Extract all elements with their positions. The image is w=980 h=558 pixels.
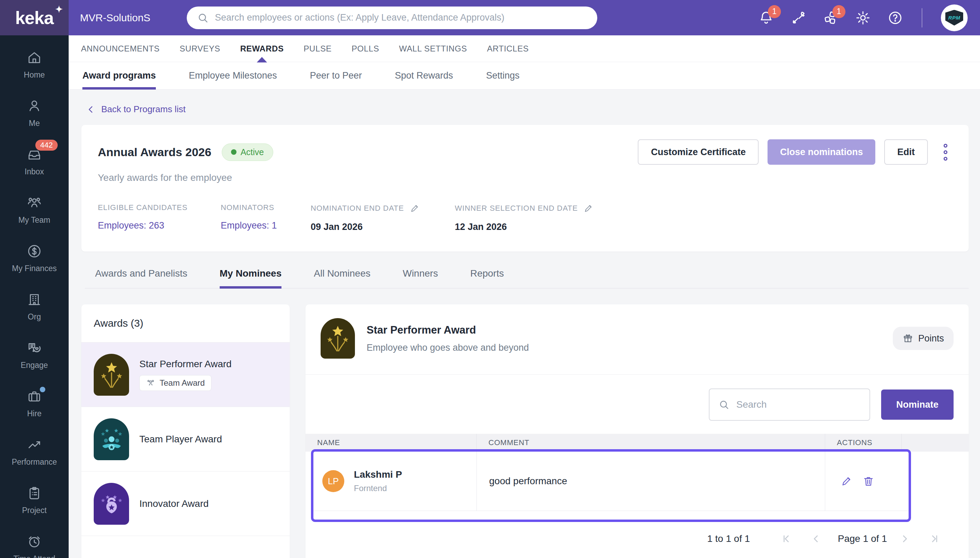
tab-reports[interactable]: Reports [470,268,504,288]
pagination: 1 to 1 of 1 Page 1 of 1 [305,533,969,545]
sidebar-item-org[interactable]: Org [26,292,42,322]
subnav-settings[interactable]: Settings [486,62,520,90]
edit-button[interactable]: Edit [884,140,928,165]
stat-winner-selection-end-date: WINNER SELECTION END DATE 12 Jan 2026 [455,203,594,232]
sidebar-item-time-attend[interactable]: Time Attend [13,533,55,558]
nominees-search-input[interactable] [736,399,860,410]
next-page-icon[interactable] [899,533,910,545]
sidebar-item-home[interactable]: Home [24,50,44,80]
alarm-clock-icon [26,533,42,550]
settings-gear-icon[interactable] [855,10,871,26]
program-stats: ELIGIBLE CANDIDATES Employees: 263 NOMIN… [98,203,952,232]
topbar-icons: 1 1 RPM [758,5,980,31]
nav-surveys[interactable]: SURVEYS [179,35,220,62]
user-avatar[interactable]: RPM [941,5,968,31]
nominate-button[interactable]: Nominate [881,389,954,420]
nominee-comment: good performance [476,451,825,510]
sidebar: Home Me 442 Inbox My Team My Finances Or… [0,35,69,558]
program-description: Yearly awards for the employee [98,172,952,183]
edit-pencil-icon[interactable] [409,203,420,213]
global-search-input[interactable] [215,12,587,23]
apps-icon[interactable]: 1 [823,10,839,26]
award-name: Star Performer Award [140,359,232,369]
customize-certificate-button[interactable]: Customize Certificate [638,140,758,165]
hire-notification-dot [39,386,46,393]
global-search[interactable] [187,7,597,29]
last-page-icon[interactable] [928,533,940,545]
tools-icon[interactable] [791,10,806,26]
award-name: Team Player Award [140,434,222,445]
stat-nominators: NOMINATORS Employees: 1 [221,203,311,232]
nav-announcements[interactable]: ANNOUNCEMENTS [81,35,159,62]
sidebar-item-project[interactable]: Project [22,485,47,515]
sidebar-item-my-team[interactable]: My Team [18,195,51,225]
subnav-spot-rewards[interactable]: Spot Rewards [395,62,453,90]
gift-icon [903,333,913,344]
nav-articles[interactable]: ARTICLES [487,35,529,62]
first-page-icon[interactable] [781,533,793,545]
briefcase-icon [26,389,42,404]
status-dot [231,149,236,155]
stat-eligible-candidates: ELIGIBLE CANDIDATES Employees: 263 [98,203,221,232]
edit-nomination-pencil-icon[interactable] [840,475,853,487]
sidebar-item-my-finances[interactable]: My Finances [12,243,57,273]
row-footer-strip [314,510,909,520]
nominee-avatar[interactable]: LP [322,470,344,492]
keka-logo[interactable]: keka ✦ [0,0,69,35]
topbar: keka ✦ MVR-SolutionS 1 1 [0,0,980,35]
page-content: Back to Programs list Annual Awards 2026… [69,90,980,558]
eligible-candidates-link[interactable]: Employees: 263 [98,220,221,231]
tab-all-nominees[interactable]: All Nominees [314,268,370,288]
sidebar-item-performance[interactable]: Performance [11,437,57,467]
nominators-link[interactable]: Employees: 1 [221,220,311,231]
points-chip[interactable]: Points [893,327,954,350]
sidebar-item-engage[interactable]: Engage [21,340,48,370]
nav-wall-settings[interactable]: WALL SETTINGS [399,35,467,62]
star-performer-badge-icon [321,318,355,359]
building-icon [26,292,42,307]
nav-polls[interactable]: POLLS [351,35,379,62]
subnav-peer-to-peer[interactable]: Peer to Peer [310,62,362,90]
table-row[interactable]: LP Lakshmi P Forntend good performance [314,451,909,510]
sidebar-item-me[interactable]: Me [26,98,42,128]
nominee-role: Forntend [354,484,402,493]
search-icon [719,399,729,410]
content-panels: Awards (3) Star Performer Award [81,304,969,558]
tab-winners[interactable]: Winners [403,268,438,288]
notifications-bell-icon[interactable]: 1 [758,10,774,26]
company-name: MVR-SolutionS [80,12,150,24]
nav-pulse[interactable]: PULSE [304,35,332,62]
nav-rewards[interactable]: REWARDS [240,35,284,62]
award-item-innovator[interactable]: Innovator Award [81,471,290,536]
avatar-logo: RPM [946,10,963,26]
user-icon [26,98,42,114]
clipboard-icon [26,485,42,501]
back-to-programs-link[interactable]: Back to Programs list [86,104,186,115]
tab-awards-and-panelists[interactable]: Awards and Panelists [95,268,187,288]
award-detail-description: Employee who goes above and beyond [367,343,529,353]
previous-page-icon[interactable] [811,533,822,545]
award-item-star-performer[interactable]: Star Performer Award Team Award [81,343,290,407]
nominees-search[interactable] [709,389,870,421]
award-item-team-player[interactable]: Team Player Award [81,407,290,471]
innovator-badge-icon [94,483,129,525]
chat-icon [26,340,42,356]
tab-my-nominees[interactable]: My Nominees [220,268,282,288]
award-detail-header: Star Performer Award Employee who goes a… [305,304,969,375]
dollar-icon [26,243,42,259]
trend-icon [26,437,42,453]
winner-selection-end-date: 12 Jan 2026 [455,222,594,232]
module-nav: ANNOUNCEMENTS SURVEYS REWARDS PULSE POLL… [69,35,980,62]
nomination-end-date: 09 Jan 2026 [311,222,455,232]
subnav-employee-milestones[interactable]: Employee Milestones [189,62,277,90]
sidebar-item-inbox[interactable]: 442 Inbox [25,146,44,176]
close-nominations-button[interactable]: Close nominations [768,140,875,165]
subnav-award-programs[interactable]: Award programs [82,62,156,90]
help-icon[interactable] [887,10,903,26]
inbox-badge: 442 [35,140,57,151]
more-options-kebab-icon[interactable] [939,140,952,164]
edit-pencil-icon[interactable] [583,203,594,213]
delete-nomination-trash-icon[interactable] [862,475,875,487]
column-header-spacer [901,434,969,451]
sidebar-item-hire[interactable]: Hire [26,389,42,419]
